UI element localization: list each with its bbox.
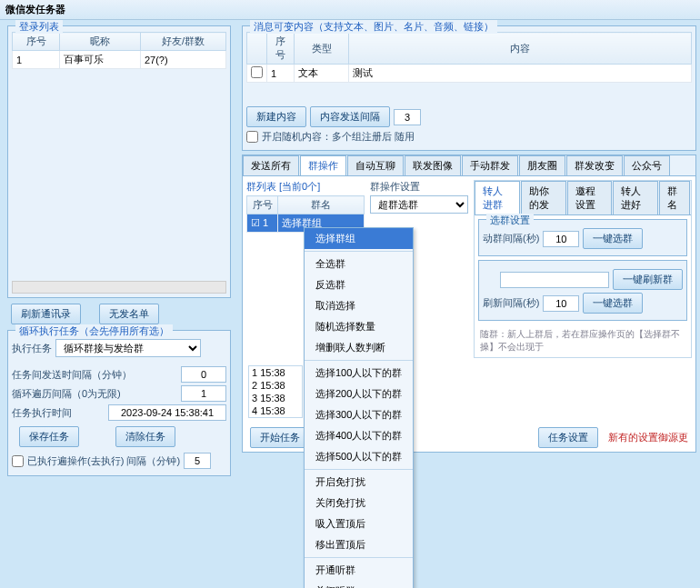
col-nick[interactable]: 昵称 xyxy=(60,33,141,51)
content-interval-input[interactable] xyxy=(394,109,421,125)
random-content-checkbox[interactable] xyxy=(246,131,258,143)
login-list-group: 登录列表 序号 昵称 好友/群数 1 百事可乐 27(?) xyxy=(7,25,231,298)
col-groupname[interactable]: 群名 xyxy=(278,196,365,214)
interval-label: 任务间发送时间隔（分钟） xyxy=(12,368,132,382)
right-sub-tabs: 转人进群 助你的发 邀程设置 转人进好 群名 xyxy=(475,181,691,215)
table-row[interactable]: 1 文本 测试 xyxy=(247,65,692,83)
tab-group-op[interactable]: 群操作 xyxy=(300,155,346,175)
filter-group-title: 选群设置 xyxy=(486,214,534,227)
menu-item[interactable]: 开启免打扰 xyxy=(305,472,413,493)
op-settings-title: 群操作设置 xyxy=(370,180,468,194)
loop-exec-title: 循环执行任务（会先停用所有选） xyxy=(15,324,173,338)
refresh-group-button[interactable]: 一键选群 xyxy=(583,293,643,314)
refresh-interval-label: 刷新间隔(秒) xyxy=(483,296,539,310)
menu-item[interactable]: 增删联人数判断 xyxy=(305,337,413,358)
random-content-label: 开启随机内容：多个组注册后 随用 xyxy=(262,130,415,144)
time-label: 任务执行时间 xyxy=(12,406,72,420)
tab-moments[interactable]: 朋友圈 xyxy=(519,155,565,175)
window-title: 微信发任务器 xyxy=(5,4,65,15)
menu-item[interactable]: 选择500人以下的群 xyxy=(305,446,413,467)
time-input[interactable] xyxy=(108,404,226,421)
menu-item[interactable]: 随机选择数量 xyxy=(305,316,413,337)
hint-text: 随群：新人上群后，若在群应操作页的【选择群不操】不会出现于 xyxy=(475,324,691,357)
tab-invite[interactable]: 转人进群 xyxy=(475,181,520,214)
settings-warning: 新有的设置御源更 xyxy=(608,432,688,443)
tab-auto-chat[interactable]: 自动互聊 xyxy=(347,155,404,175)
tab-assist[interactable]: 助你的发 xyxy=(521,181,566,214)
tab-send-change[interactable]: 群发改变 xyxy=(566,155,623,175)
group-list-label: 群列表 [当前0个] xyxy=(246,181,320,192)
clear-task-button[interactable]: 清除任务 xyxy=(115,426,175,447)
content-table: 序号 类型 内容 1 文本 测试 xyxy=(246,32,692,83)
row-checkbox[interactable] xyxy=(251,66,263,78)
menu-item[interactable]: 选择群组 xyxy=(305,228,413,249)
menu-item[interactable]: 开通听群 xyxy=(305,560,413,581)
no-send-list-button[interactable]: 无发名单 xyxy=(99,304,159,324)
menu-item[interactable]: 全选群 xyxy=(305,254,413,274)
log-table: 1 15:38 2 15:38 3 15:38 4 15:38 xyxy=(248,365,303,418)
window-titlebar: 微信发任务器 xyxy=(0,0,700,20)
tab-send-image[interactable]: 联发图像 xyxy=(405,155,461,175)
login-table: 序号 昵称 好友/群数 1 百事可乐 27(?) xyxy=(12,32,226,69)
message-content-group: 消息可变内容（支持文本、图片、名片、音频、链接） 序号 类型 内容 1 文本 测… xyxy=(242,25,696,151)
save-task-button[interactable]: 保存任务 xyxy=(19,426,79,447)
exec-task-select[interactable]: 循环群接与发给群 xyxy=(55,339,201,357)
table-row[interactable]: 1 百事可乐 27(?) xyxy=(13,51,226,69)
tab-send-all[interactable]: 发送所有 xyxy=(243,155,299,175)
menu-item[interactable]: 反选群 xyxy=(305,274,413,295)
cycle-checkbox[interactable] xyxy=(12,455,24,467)
group-context-menu[interactable]: 选择群组 全选群 反选群 取消选择 随机选择数量 增删联人数判断 选择100人以… xyxy=(304,227,414,588)
col-type[interactable]: 类型 xyxy=(295,33,349,65)
filter-interval-input[interactable] xyxy=(543,231,579,247)
menu-item[interactable]: 关闭听群 xyxy=(305,581,413,588)
group-name-input[interactable] xyxy=(500,272,609,288)
col-seq3[interactable]: 序号 xyxy=(247,196,278,214)
tab-group-name[interactable]: 群名 xyxy=(659,181,690,214)
cycle-label: 已执行遍操作(去执行) 间隔（分钟) xyxy=(27,454,180,468)
tab-invite-set[interactable]: 邀程设置 xyxy=(567,181,613,214)
operation-tabs: 发送所有 群操作 自动互聊 联发图像 手动群发 朋友圈 群发改变 公众号 xyxy=(243,155,695,176)
refresh-interval-input[interactable] xyxy=(543,295,579,312)
cycle-input[interactable] xyxy=(184,453,211,469)
message-content-title: 消息可变内容（支持文本、图片、名片、音频、链接） xyxy=(250,20,497,34)
login-list-title: 登录列表 xyxy=(15,20,63,34)
menu-item[interactable]: 移出置顶后 xyxy=(305,534,413,555)
col-content[interactable]: 内容 xyxy=(349,33,692,65)
filter-button[interactable]: 一键选群 xyxy=(583,228,643,249)
menu-item[interactable]: 选择400人以下的群 xyxy=(305,425,413,446)
col-seq[interactable]: 序号 xyxy=(13,33,60,51)
menu-item[interactable]: 选择200人以下的群 xyxy=(305,384,413,404)
refresh-contacts-button[interactable]: 刷新通讯录 xyxy=(11,304,81,324)
add-content-button[interactable]: 新建内容 xyxy=(246,106,306,127)
col-seq2[interactable]: 序号 xyxy=(267,33,295,65)
menu-item[interactable]: 吸入置顶后 xyxy=(305,513,413,534)
tab-invite-friend[interactable]: 转人进好 xyxy=(613,181,658,214)
menu-item[interactable]: 取消选择 xyxy=(305,295,413,316)
start-task-button[interactable]: 开始任务 xyxy=(250,427,310,448)
loop-label: 循环遍历间隔（0为无限) xyxy=(12,387,121,401)
tab-official[interactable]: 公众号 xyxy=(624,155,670,175)
scrollbar-horizontal[interactable] xyxy=(12,281,226,294)
menu-item[interactable]: 选择100人以下的群 xyxy=(305,363,413,384)
clear-group-button[interactable]: 一键刷新群 xyxy=(613,269,683,290)
menu-item[interactable]: 关闭免打扰 xyxy=(305,493,413,513)
col-friends[interactable]: 好友/群数 xyxy=(140,33,225,51)
loop-input[interactable] xyxy=(181,385,226,402)
interval-input[interactable] xyxy=(181,366,226,383)
col-check[interactable] xyxy=(247,33,267,65)
group-select-dropdown[interactable]: 超群选群 xyxy=(370,195,468,214)
tab-manual-send[interactable]: 手动群发 xyxy=(462,155,518,175)
loop-exec-group: 循环执行任务（会先停用所有选） 执行任务 循环群接与发给群 任务间发送时间隔（分… xyxy=(7,330,231,476)
content-interval-button[interactable]: 内容发送间隔 xyxy=(310,106,390,127)
exec-task-label: 执行任务 xyxy=(12,342,52,355)
filter-interval-label: 动群间隔(秒) xyxy=(483,232,539,245)
task-settings-button[interactable]: 任务设置 xyxy=(538,427,598,448)
menu-item[interactable]: 选择300人以下的群 xyxy=(305,404,413,425)
